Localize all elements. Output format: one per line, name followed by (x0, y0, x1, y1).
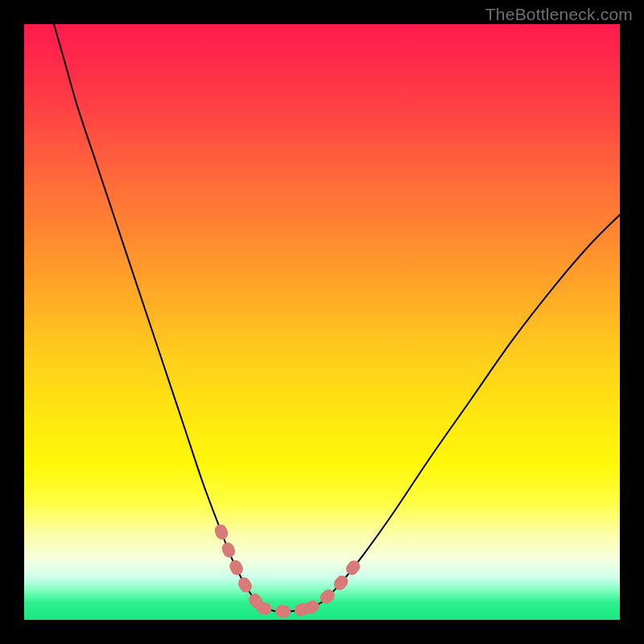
highlight-left-curve (221, 530, 262, 608)
curve-layer (24, 24, 620, 620)
highlight-right-curve (310, 562, 357, 608)
watermark-text: TheBottleneck.com (485, 5, 633, 24)
plot-area (24, 24, 620, 620)
highlight-valley-floor (262, 608, 310, 611)
curve-right-curve (310, 215, 620, 608)
curve-left-curve (54, 24, 262, 608)
chart-frame: TheBottleneck.com (0, 0, 644, 644)
